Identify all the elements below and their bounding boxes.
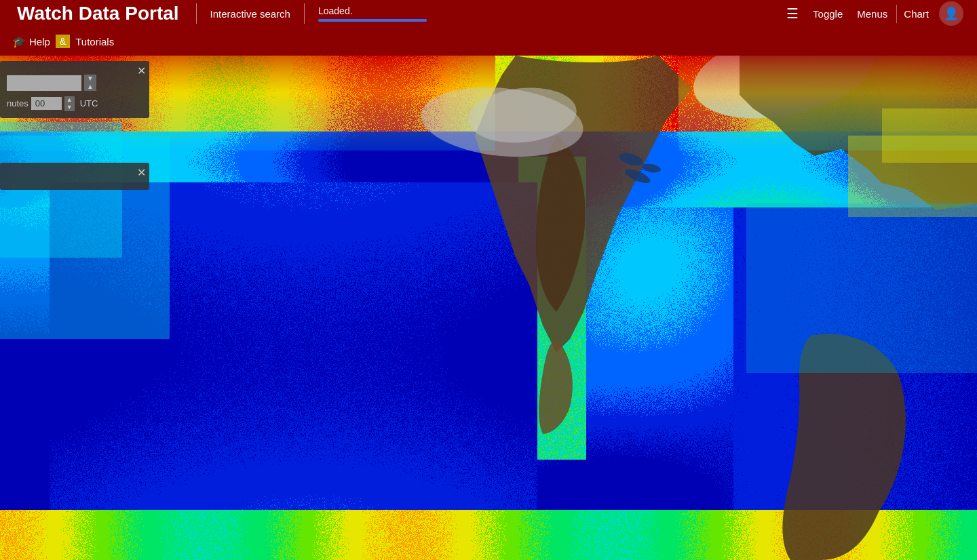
hamburger-button[interactable]: ☰ (781, 2, 804, 25)
panel-input-row: ▼ ▲ (7, 75, 142, 91)
help-label: Help (29, 36, 50, 47)
second-panel: ✕ (0, 163, 149, 190)
header-bottom: 🎓 Help & Tutorials (0, 27, 977, 56)
status-bar-background (318, 19, 427, 22)
chevron-up-button[interactable]: ▲ (84, 83, 96, 91)
profile-button[interactable]: 👤 (939, 1, 963, 26)
tutorials-button[interactable]: Tutorials (70, 33, 119, 51)
minutes-label: nutes (7, 98, 28, 108)
menus-button[interactable]: Menus (851, 5, 893, 23)
side-panel: ✕ ▼ ▲ nutes ▲ ▼ UTC (0, 61, 149, 118)
ampersand-highlight: & (56, 35, 70, 48)
minutes-up-button[interactable]: ▲ (64, 96, 75, 104)
panel-main-input[interactable] (7, 75, 81, 91)
panel-chevrons: ▼ ▲ (84, 75, 96, 91)
interactive-search-button[interactable]: Interactive search (204, 8, 297, 20)
status-area: Loaded. (311, 5, 434, 22)
status-text: Loaded. (318, 5, 427, 16)
second-panel-close-button[interactable]: ✕ (137, 166, 146, 179)
side-panel-close-button[interactable]: ✕ (137, 64, 146, 77)
toggle-button[interactable]: Toggle (807, 5, 848, 23)
help-button[interactable]: 🎓 Help (7, 32, 56, 52)
panel-minutes-row: nutes ▲ ▼ UTC (7, 96, 142, 111)
minutes-input[interactable] (31, 97, 62, 110)
header-top: Watch Data Portal Interactive search Loa… (0, 0, 977, 27)
status-bar-fill (318, 19, 427, 22)
mortar-board-icon: 🎓 (12, 35, 26, 48)
profile-icon: 👤 (944, 6, 959, 21)
chart-button[interactable]: Chart (896, 5, 936, 23)
minutes-steppers: ▲ ▼ (64, 96, 75, 111)
chevron-down-button[interactable]: ▼ (84, 75, 96, 83)
app-title: Watch Data Portal (7, 3, 189, 24)
minutes-down-button[interactable]: ▼ (64, 104, 75, 111)
utc-label: UTC (80, 98, 98, 108)
header: Watch Data Portal Interactive search Loa… (0, 0, 977, 56)
search-divider (304, 3, 305, 24)
header-right: ☰ Toggle Menus Chart 👤 (781, 1, 970, 26)
title-divider (196, 3, 197, 24)
